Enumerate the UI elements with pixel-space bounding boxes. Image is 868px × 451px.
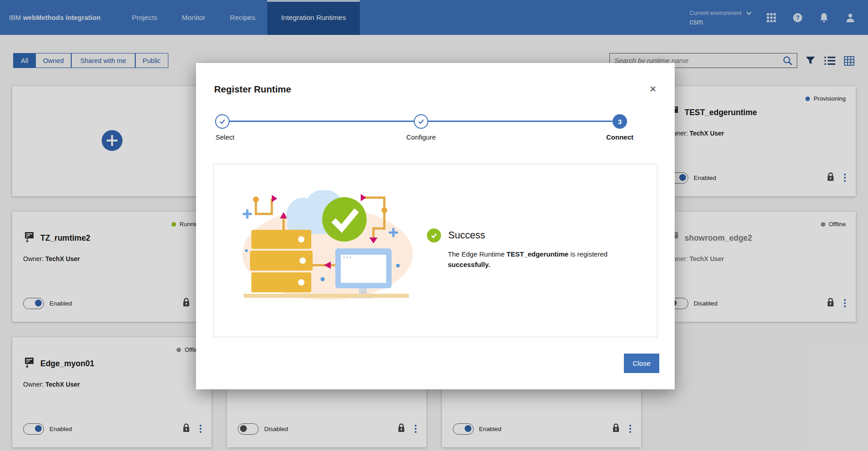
step-select-circle	[215, 114, 230, 129]
step-configure-label: Configure	[398, 133, 444, 141]
success-illustration	[240, 190, 415, 306]
success-message-block: Success The Edge Runtime TEST_edgeruntim…	[427, 228, 640, 270]
message-mid: is registered	[569, 250, 608, 258]
step-select-label: Select	[216, 133, 235, 141]
success-heading: Success	[448, 230, 485, 241]
success-check-icon	[427, 228, 441, 242]
modal-title: Register Runtime	[214, 84, 291, 95]
step-connect-circle: 3	[613, 114, 627, 129]
step-number: 3	[618, 118, 622, 126]
close-button[interactable]: Close	[624, 354, 659, 373]
message-suffix: successfully.	[448, 261, 490, 268]
message-runtime-name: TEST_edgeruntime	[506, 250, 569, 258]
success-message: The Edge Runtime TEST_edgeruntime is reg…	[448, 249, 610, 270]
result-panel: Success The Edge Runtime TEST_edgeruntim…	[213, 164, 657, 337]
close-icon[interactable]: ✕	[647, 83, 658, 95]
step-connect-label: Connect	[597, 133, 642, 141]
step-configure-circle	[414, 114, 428, 129]
register-runtime-modal: Register Runtime ✕ 3 Select Configure Co…	[196, 63, 675, 389]
message-prefix: The Edge Runtime	[448, 250, 506, 258]
